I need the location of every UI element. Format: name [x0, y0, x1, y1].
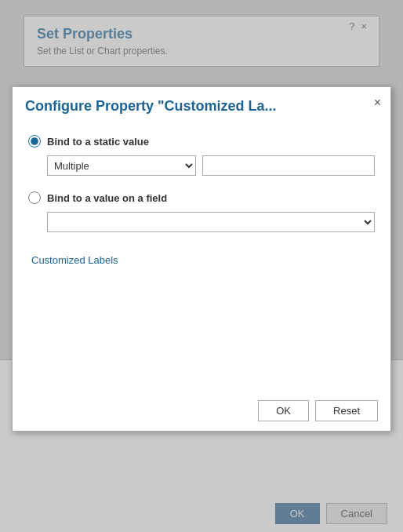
- dialog-ok-button[interactable]: OK: [258, 400, 309, 421]
- field-dropdown[interactable]: [47, 212, 375, 232]
- field-dropdown-row: [47, 212, 375, 232]
- dialog-close-button[interactable]: ×: [374, 97, 381, 109]
- field-value-radio[interactable]: [28, 191, 41, 204]
- static-value-option-row: Bind to a static value: [28, 135, 375, 148]
- customized-labels-link[interactable]: Customized Labels: [31, 254, 118, 266]
- static-value-inputs: Multiple Single None: [47, 155, 375, 176]
- field-value-option-row: Bind to a value on a field: [28, 191, 375, 204]
- dialog-header: Configure Property "Customized La... ×: [13, 87, 390, 122]
- static-value-label: Bind to a static value: [47, 136, 149, 148]
- dialog-title: Configure Property "Customized La...: [25, 98, 378, 115]
- configure-property-dialog: Configure Property "Customized La... × B…: [12, 86, 391, 432]
- dialog-body: Bind to a static value Multiple Single N…: [13, 122, 390, 282]
- field-value-label: Bind to a value on a field: [47, 192, 167, 204]
- static-value-text-input[interactable]: [202, 155, 375, 176]
- dialog-reset-button[interactable]: Reset: [315, 400, 378, 421]
- static-value-select[interactable]: Multiple Single None: [47, 155, 196, 176]
- static-value-radio[interactable]: [28, 135, 41, 148]
- dialog-footer: OK Reset: [13, 391, 390, 431]
